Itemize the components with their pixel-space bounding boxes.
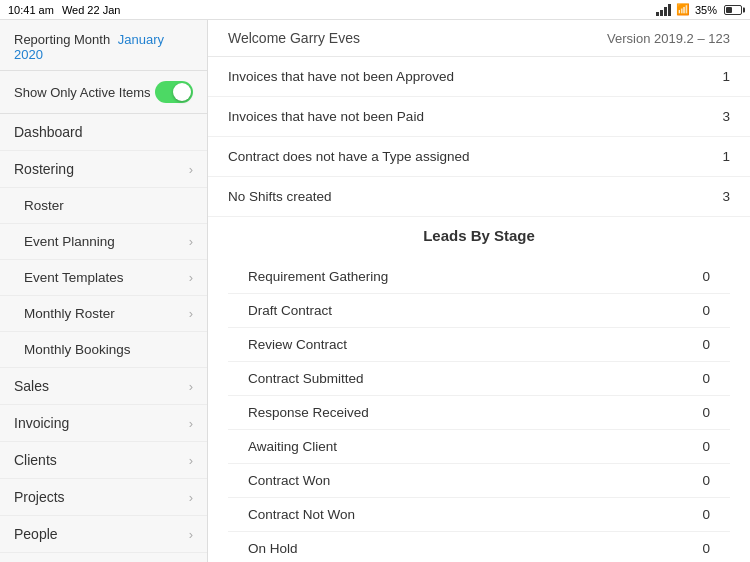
chevron-right-icon: › xyxy=(189,416,193,431)
alert-row[interactable]: No Shifts created 3 xyxy=(208,177,750,217)
status-left: 10:41 am Wed 22 Jan xyxy=(8,4,120,16)
sidebar-item-label: Roster xyxy=(24,198,64,213)
battery-icon xyxy=(724,5,742,15)
leads-count: 0 xyxy=(702,405,710,420)
leads-row[interactable]: Contract Submitted 0 xyxy=(228,362,730,396)
sidebar-item-reports[interactable]: Reports › xyxy=(0,553,207,562)
sidebar-item-label: Projects xyxy=(14,489,65,505)
alert-label: Contract does not have a Type assigned xyxy=(228,149,469,164)
sidebar-item-event-planning[interactable]: Event Planning › xyxy=(0,224,207,260)
welcome-text: Welcome Garry Eves xyxy=(228,30,360,46)
alert-row[interactable]: Contract does not have a Type assigned 1 xyxy=(208,137,750,177)
chevron-right-icon: › xyxy=(189,527,193,542)
sidebar-item-label: Rostering xyxy=(14,161,74,177)
leads-label: Contract Not Won xyxy=(248,507,355,522)
leads-label: Requirement Gathering xyxy=(248,269,388,284)
alert-count: 1 xyxy=(722,149,730,164)
sidebar-item-label: Dashboard xyxy=(14,124,83,140)
leads-count: 0 xyxy=(702,269,710,284)
sidebar-item-event-templates[interactable]: Event Templates › xyxy=(0,260,207,296)
leads-row[interactable]: Awaiting Client 0 xyxy=(228,430,730,464)
leads-row[interactable]: Requirement Gathering 0 xyxy=(228,260,730,294)
leads-label: On Hold xyxy=(248,541,298,556)
leads-label: Contract Submitted xyxy=(248,371,364,386)
main-header: Welcome Garry Eves Version 2019.2 – 123 xyxy=(208,20,750,57)
sidebar-item-label: Monthly Roster xyxy=(24,306,115,321)
leads-count: 0 xyxy=(702,473,710,488)
chevron-right-icon: › xyxy=(189,453,193,468)
alert-row[interactable]: Invoices that have not been Paid 3 xyxy=(208,97,750,137)
alerts-section: Invoices that have not been Approved 1 I… xyxy=(208,57,750,217)
leads-count: 0 xyxy=(702,337,710,352)
sidebar-item-roster[interactable]: Roster xyxy=(0,188,207,224)
sidebar-item-label: Monthly Bookings xyxy=(24,342,131,357)
leads-label: Response Received xyxy=(248,405,369,420)
leads-row[interactable]: Review Contract 0 xyxy=(228,328,730,362)
chevron-right-icon: › xyxy=(189,379,193,394)
chevron-right-icon: › xyxy=(189,234,193,249)
sidebar-item-label: People xyxy=(14,526,58,542)
chevron-right-icon: › xyxy=(189,270,193,285)
alert-label: No Shifts created xyxy=(228,189,332,204)
toggle-label: Show Only Active Items xyxy=(14,85,151,100)
sidebar-item-invoicing[interactable]: Invoicing › xyxy=(0,405,207,442)
chevron-right-icon: › xyxy=(189,162,193,177)
leads-count: 0 xyxy=(702,439,710,454)
sidebar-item-monthly-roster[interactable]: Monthly Roster › xyxy=(0,296,207,332)
main-content: Welcome Garry Eves Version 2019.2 – 123 … xyxy=(208,20,750,562)
version-text: Version 2019.2 – 123 xyxy=(607,31,730,46)
leads-label: Review Contract xyxy=(248,337,347,352)
leads-row[interactable]: On Hold 0 xyxy=(228,532,730,562)
sidebar-nav: Dashboard Rostering › Roster Event Plann… xyxy=(0,114,207,562)
chevron-right-icon: › xyxy=(189,490,193,505)
sidebar-item-clients[interactable]: Clients › xyxy=(0,442,207,479)
alert-count: 3 xyxy=(722,109,730,124)
leads-label: Draft Contract xyxy=(248,303,332,318)
status-bar: 10:41 am Wed 22 Jan 📶 35% xyxy=(0,0,750,20)
leads-label: Awaiting Client xyxy=(248,439,337,454)
sidebar-item-label: Event Templates xyxy=(24,270,124,285)
alert-label: Invoices that have not been Approved xyxy=(228,69,454,84)
sidebar-item-projects[interactable]: Projects › xyxy=(0,479,207,516)
alert-row[interactable]: Invoices that have not been Approved 1 xyxy=(208,57,750,97)
alert-label: Invoices that have not been Paid xyxy=(228,109,424,124)
leads-row[interactable]: Contract Won 0 xyxy=(228,464,730,498)
toggle-row: Show Only Active Items xyxy=(0,71,207,114)
sidebar-item-sales[interactable]: Sales › xyxy=(0,368,207,405)
status-date: Wed 22 Jan xyxy=(62,4,121,16)
sidebar-item-monthly-bookings[interactable]: Monthly Bookings xyxy=(0,332,207,368)
leads-row[interactable]: Response Received 0 xyxy=(228,396,730,430)
leads-count: 0 xyxy=(702,507,710,522)
active-items-toggle[interactable] xyxy=(155,81,193,103)
status-time: 10:41 am xyxy=(8,4,54,16)
leads-label: Contract Won xyxy=(248,473,330,488)
alert-count: 1 xyxy=(722,69,730,84)
leads-count: 0 xyxy=(702,303,710,318)
leads-section: Leads By Stage Requirement Gathering 0 D… xyxy=(208,217,750,562)
leads-row[interactable]: Draft Contract 0 xyxy=(228,294,730,328)
sidebar-item-label: Invoicing xyxy=(14,415,69,431)
leads-count: 0 xyxy=(702,541,710,556)
app-container: Reporting Month January 2020 Show Only A… xyxy=(0,20,750,562)
sidebar-item-dashboard[interactable]: Dashboard xyxy=(0,114,207,151)
wifi-icon: 📶 xyxy=(676,3,690,16)
leads-count: 0 xyxy=(702,371,710,386)
leads-row[interactable]: Contract Not Won 0 xyxy=(228,498,730,532)
leads-title: Leads By Stage xyxy=(228,227,730,244)
reporting-label: Reporting Month xyxy=(14,32,110,47)
signal-icon xyxy=(656,4,671,16)
sidebar-item-label: Sales xyxy=(14,378,49,394)
sidebar-item-label: Clients xyxy=(14,452,57,468)
alert-count: 3 xyxy=(722,189,730,204)
chevron-right-icon: › xyxy=(189,306,193,321)
status-right: 📶 35% xyxy=(656,3,742,16)
sidebar-item-rostering[interactable]: Rostering › xyxy=(0,151,207,188)
sidebar-item-label: Event Planning xyxy=(24,234,115,249)
battery-percentage: 35% xyxy=(695,4,717,16)
sidebar-reporting: Reporting Month January 2020 xyxy=(0,20,207,71)
sidebar-item-people[interactable]: People › xyxy=(0,516,207,553)
sidebar: Reporting Month January 2020 Show Only A… xyxy=(0,20,208,562)
